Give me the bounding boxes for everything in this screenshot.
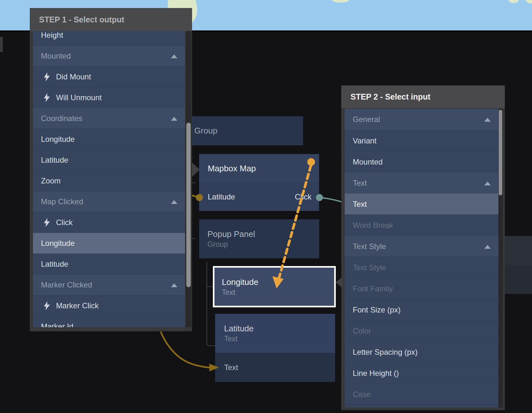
step1-panel-title: STEP 1 - Select output xyxy=(30,15,124,24)
item-label: Mounted xyxy=(353,158,383,166)
step2-row-text-selected[interactable]: Text xyxy=(345,193,498,215)
node-title: Text xyxy=(224,363,238,372)
step1-select-output-panel: STEP 1 - Select output Height Mounted Di… xyxy=(30,8,192,331)
step2-row-text-category[interactable]: Text xyxy=(345,172,498,193)
input-port-label-latitude: Latitude xyxy=(208,192,235,201)
hidden-connection-arrow-icon xyxy=(192,163,200,177)
click-wire[interactable] xyxy=(319,198,343,202)
item-label: Marker Id xyxy=(41,322,73,327)
collapse-up-icon[interactable] xyxy=(171,283,177,287)
node-title: Mapbox Map xyxy=(208,164,256,174)
node-subtitle: Group xyxy=(207,239,319,249)
step1-row-will-unmount[interactable]: Will Unmount xyxy=(33,87,185,108)
step1-row-marker-id[interactable]: Marker Id xyxy=(33,316,185,327)
occluded-panel-edge xyxy=(0,37,3,52)
step1-row-did-mount[interactable]: Did Mount xyxy=(33,66,185,87)
item-label: Color xyxy=(353,327,371,336)
step1-row-click[interactable]: Click xyxy=(33,212,185,233)
item-label: Did Mount xyxy=(56,72,91,81)
step1-row-coordinates-category[interactable]: Coordinates xyxy=(33,108,185,129)
item-label: Zoom xyxy=(41,176,60,185)
node-title: Latitude xyxy=(224,323,335,334)
step2-row-letter-spacing[interactable]: Letter Spacing (px) xyxy=(345,341,498,362)
occluded-node xyxy=(505,236,532,294)
step2-row-line-height[interactable]: Line Height () xyxy=(345,362,498,384)
step1-scrollbar-thumb[interactable] xyxy=(186,123,191,287)
item-label: Will Unmount xyxy=(56,93,102,102)
item-label: Marker Click xyxy=(56,301,99,310)
step2-row-general-category[interactable]: General xyxy=(345,109,498,130)
node-title: Longitude xyxy=(222,277,334,287)
step2-row-font-size[interactable]: Font Size (px) xyxy=(345,299,498,320)
collapse-up-icon[interactable] xyxy=(171,117,177,121)
node-title: Popup Panel xyxy=(207,229,319,239)
item-label: Coordinates xyxy=(41,114,82,123)
item-label: Marker Clicked xyxy=(41,280,92,289)
lightning-icon xyxy=(44,218,50,227)
collapse-up-icon[interactable] xyxy=(171,200,177,204)
latitude-wire[interactable] xyxy=(191,195,199,198)
node-longitude-text-selected[interactable]: Longitude Text xyxy=(213,266,336,307)
node-subtitle: Text xyxy=(224,334,335,344)
step2-row-variant[interactable]: Variant xyxy=(345,130,498,151)
item-label: Longitude xyxy=(41,135,75,144)
step1-row-marker-click[interactable]: Marker Click xyxy=(33,295,185,316)
node-title: Group xyxy=(179,116,303,145)
item-label: Longitude xyxy=(41,239,75,248)
occluded-node-bottom xyxy=(505,265,532,294)
step1-row-marker-clicked-category[interactable]: Marker Clicked xyxy=(33,274,185,295)
node-latitude-text[interactable]: Latitude Text xyxy=(215,314,335,353)
step1-row-longitude-selected[interactable]: Longitude xyxy=(33,233,185,254)
step2-panel-title: STEP 2 - Select input xyxy=(341,92,431,101)
output-port-label-click: Click xyxy=(295,192,311,201)
occluded-node-top xyxy=(505,236,532,265)
item-label: Map Clicked xyxy=(41,197,83,206)
step2-row-filler xyxy=(345,405,498,408)
item-label: Font Family xyxy=(353,284,393,293)
node-group[interactable]: Group xyxy=(179,116,303,145)
node-editor-screen: Group Mapbox Map Latitude Click Popup Pa… xyxy=(0,0,532,413)
step1-row-height[interactable]: Height xyxy=(33,31,185,45)
node-mapbox-map[interactable]: Mapbox Map Latitude Click xyxy=(199,154,319,211)
step2-row-word-break: Word Break xyxy=(345,215,498,236)
panel-callout-arrow-icon xyxy=(335,277,343,288)
item-label: Text xyxy=(353,179,367,188)
item-label: Case xyxy=(353,390,371,399)
step1-row-longitude[interactable]: Longitude xyxy=(33,129,185,150)
step2-scrollbar-thumb[interactable] xyxy=(499,110,502,195)
item-label: Text Style xyxy=(353,242,386,251)
step1-row-latitude[interactable]: Latitude xyxy=(33,150,185,170)
step2-panel-header: STEP 2 - Select input xyxy=(341,85,505,108)
collapse-up-icon[interactable] xyxy=(484,182,491,185)
step1-row-latitude-2[interactable]: Latitude xyxy=(33,254,185,274)
step2-row-text-style-category[interactable]: Text Style xyxy=(345,236,498,257)
item-label: Word Break xyxy=(353,221,393,230)
step2-row-color: Color xyxy=(345,320,498,341)
step2-row-mounted[interactable]: Mounted xyxy=(345,151,498,172)
collapse-up-icon[interactable] xyxy=(484,118,491,122)
step2-select-input-panel: STEP 2 - Select input General Variant Mo… xyxy=(341,85,505,410)
item-label: Font Size (px) xyxy=(353,305,400,314)
item-label: Mounted xyxy=(41,52,71,61)
step2-row-font-family: Font Family xyxy=(345,278,498,299)
lightning-icon xyxy=(44,301,50,310)
map-landmass xyxy=(526,0,532,4)
node-text[interactable]: Text xyxy=(215,353,335,382)
step2-input-list[interactable]: General Variant Mounted Text Text Word B… xyxy=(345,109,498,408)
item-label: Text Style xyxy=(353,263,386,272)
step1-row-map-clicked-category[interactable]: Map Clicked xyxy=(33,191,185,212)
node-popup-panel[interactable]: Popup Panel Group xyxy=(199,219,319,258)
item-label: Letter Spacing (px) xyxy=(353,348,418,357)
panel-to-text-wire[interactable] xyxy=(161,332,212,368)
step2-row-text-style: Text Style xyxy=(345,257,498,278)
step1-panel-header: STEP 1 - Select output xyxy=(30,8,192,31)
lightning-icon xyxy=(44,93,50,102)
item-label: Height xyxy=(41,31,63,40)
item-label: General xyxy=(353,115,380,124)
collapse-up-icon[interactable] xyxy=(171,54,177,58)
step1-row-mounted-category[interactable]: Mounted xyxy=(33,45,185,66)
item-label: Latitude xyxy=(41,156,68,165)
step1-row-zoom[interactable]: Zoom xyxy=(33,170,185,191)
step1-output-list[interactable]: Height Mounted Did Mount Will Unmount Co… xyxy=(33,31,185,327)
collapse-up-icon[interactable] xyxy=(484,245,491,249)
